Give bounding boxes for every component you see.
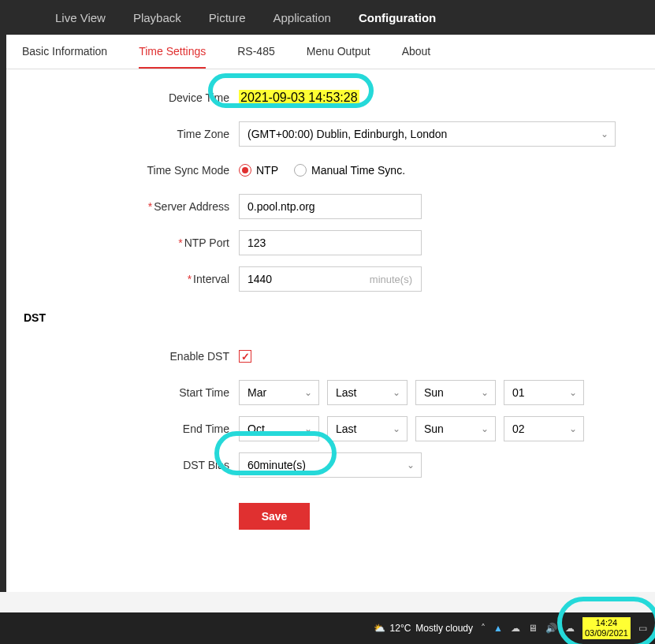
chevron-down-icon: ⌄ [601, 128, 608, 140]
weather-temp: 12°C [390, 623, 411, 634]
chevron-down-icon: ⌄ [407, 460, 415, 471]
os-taskbar: ⛅ 12°C Mostly cloudy ˄ ▲ ☁ 🖥 🔊 ☁ 14:24 0… [0, 612, 655, 644]
start-time-label: Start Time [22, 386, 239, 399]
server-address-label: *Server Address [22, 200, 239, 213]
ntp-port-input[interactable] [239, 230, 422, 255]
tab-basic-information[interactable]: Basic Information [22, 35, 107, 69]
taskbar-strip [0, 592, 655, 612]
sync-mode-label: Time Sync Mode [22, 164, 239, 177]
time-settings-form: Device Time 2021-09-03 14:53:28 Time Zon… [6, 69, 655, 530]
radio-ntp[interactable]: NTP [239, 164, 278, 177]
device-time-value: 2021-09-03 14:53:28 [239, 90, 359, 106]
start-day-select[interactable]: Sun⌄ [415, 380, 496, 405]
network-icon[interactable]: 🖥 [528, 623, 538, 634]
chevron-down-icon: ⌄ [304, 387, 312, 398]
save-button[interactable]: Save [239, 503, 310, 530]
nav-configuration[interactable]: Configuration [359, 11, 436, 24]
nav-application[interactable]: Application [274, 11, 331, 24]
chevron-down-icon: ⌄ [393, 423, 400, 434]
chevron-down-icon: ⌄ [569, 423, 577, 434]
time-zone-label: Time Zone [22, 128, 239, 140]
radio-dot-icon [239, 164, 251, 177]
radio-manual-label: Manual Time Sync. [311, 164, 405, 177]
start-week-select[interactable]: Last⌄ [327, 380, 408, 405]
dst-bias-select[interactable]: 60minute(s)⌄ [239, 452, 422, 478]
onedrive-icon[interactable]: ▲ [493, 623, 503, 634]
left-strip [0, 35, 6, 592]
sync-icon[interactable]: ☁ [565, 623, 575, 634]
notifications-icon[interactable]: ▭ [638, 623, 647, 634]
ntp-port-label: *NTP Port [22, 236, 239, 249]
tab-time-settings[interactable]: Time Settings [139, 35, 206, 69]
enable-dst-checkbox[interactable] [239, 350, 251, 363]
end-month-select[interactable]: Oct⌄ [239, 416, 319, 441]
interval-label: *Interval [22, 273, 239, 285]
tab-menu-output[interactable]: Menu Output [307, 35, 370, 69]
radio-manual[interactable]: Manual Time Sync. [294, 164, 405, 177]
tab-rs485[interactable]: RS-485 [237, 35, 274, 69]
dst-section-title: DST [22, 311, 639, 324]
weather-cloud-icon: ⛅ [374, 623, 385, 634]
tab-about[interactable]: About [402, 35, 431, 69]
time-zone-value: (GMT+00:00) Dublin, Edinburgh, London [247, 128, 447, 140]
weather-desc: Mostly cloudy [415, 623, 473, 634]
end-hour-select[interactable]: 02⌄ [504, 416, 584, 441]
chevron-down-icon: ⌄ [481, 423, 489, 434]
end-day-select[interactable]: Sun⌄ [415, 416, 496, 441]
radio-dot-icon [294, 164, 307, 177]
nav-live-view[interactable]: Live View [55, 11, 106, 24]
taskbar-weather[interactable]: ⛅ 12°C Mostly cloudy [374, 623, 474, 634]
tray-expand-icon[interactable]: ˄ [481, 623, 486, 634]
system-tray: ˄ ▲ ☁ 🖥 🔊 ☁ [481, 623, 575, 634]
taskbar-time: 14:24 [585, 618, 628, 628]
interval-input[interactable] [239, 266, 422, 292]
server-address-input[interactable] [239, 194, 422, 219]
chevron-down-icon: ⌄ [304, 423, 312, 434]
nav-playback[interactable]: Playback [133, 11, 181, 24]
volume-icon[interactable]: 🔊 [545, 623, 557, 634]
end-week-select[interactable]: Last⌄ [327, 416, 408, 441]
dst-bias-label: DST Bias [22, 459, 239, 471]
taskbar-date: 03/09/2021 [585, 628, 628, 638]
chevron-down-icon: ⌄ [481, 387, 489, 398]
cloud-icon[interactable]: ☁ [511, 623, 520, 634]
radio-ntp-label: NTP [256, 164, 278, 177]
config-page: Basic Information Time Settings RS-485 M… [6, 35, 655, 592]
taskbar-clock[interactable]: 14:24 03/09/2021 [582, 617, 631, 639]
start-hour-select[interactable]: 01⌄ [504, 380, 584, 405]
start-month-select[interactable]: Mar⌄ [239, 380, 319, 405]
nav-picture[interactable]: Picture [209, 11, 246, 24]
chevron-down-icon: ⌄ [393, 387, 400, 398]
device-time-label: Device Time [22, 91, 239, 104]
sub-tabs: Basic Information Time Settings RS-485 M… [6, 35, 655, 69]
chevron-down-icon: ⌄ [569, 387, 577, 398]
top-navigation: Live View Playback Picture Application C… [0, 0, 655, 35]
time-zone-select[interactable]: (GMT+00:00) Dublin, Edinburgh, London ⌄ [239, 121, 616, 147]
end-time-label: End Time [22, 423, 239, 435]
enable-dst-label: Enable DST [22, 350, 239, 363]
